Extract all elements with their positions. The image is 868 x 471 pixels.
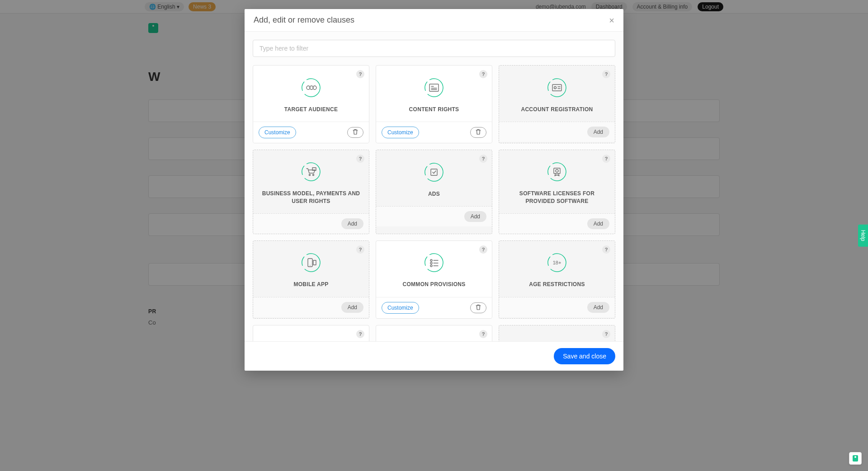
svg-point-23 [301, 253, 321, 273]
customize-button[interactable]: Customize [382, 302, 419, 314]
help-tab[interactable]: Help [858, 225, 868, 247]
modal-body: ? TARGET AUDIENCE Customize ? CONTENT RI… [245, 32, 623, 341]
clause-card: ? Customize [376, 325, 492, 341]
card-footer: Add [253, 213, 369, 234]
help-icon[interactable]: ? [479, 330, 487, 338]
delete-button[interactable] [347, 127, 363, 138]
clause-icon [424, 253, 444, 273]
clauses-grid: ? TARGET AUDIENCE Customize ? CONTENT RI… [253, 65, 615, 341]
clause-title: AGE RESTRICTIONS [529, 281, 585, 288]
help-icon[interactable]: ? [356, 155, 364, 163]
delete-button[interactable] [470, 127, 486, 138]
save-and-close-button[interactable]: Save and close [554, 348, 615, 364]
card-footer: Customize [376, 297, 492, 318]
clause-icon [301, 78, 321, 98]
card-body[interactable]: ? ADS [376, 150, 492, 206]
svg-point-18 [424, 162, 444, 182]
clause-icon [547, 162, 567, 182]
modal-header: Add, edit or remove clauses × [245, 9, 623, 32]
card-body[interactable]: ? TARGET AUDIENCE [253, 66, 369, 122]
clause-card: ? ADS Add [376, 150, 492, 234]
card-body[interactable]: ? [376, 325, 492, 341]
clause-title: SOFTWARE LICENSES FOR PROVIDED SOFTWARE [506, 190, 608, 205]
clause-title: CONTENT RIGHTS [409, 106, 459, 113]
add-button[interactable]: Add [587, 218, 609, 229]
close-icon[interactable]: × [609, 16, 614, 25]
help-icon[interactable]: ? [356, 330, 364, 338]
svg-point-14 [301, 162, 321, 182]
delete-button[interactable] [470, 302, 486, 313]
clause-icon [424, 162, 444, 182]
clause-card: ? SOFTWARE LICENSES FOR PROVIDED SOFTWAR… [499, 150, 615, 234]
corner-widget-icon[interactable] [849, 452, 862, 465]
clause-title: TARGET AUDIENCE [284, 106, 338, 113]
clause-card: ? Customize [253, 325, 369, 341]
clause-card: ? ACCOUNT REGISTRATION Add [499, 65, 615, 143]
card-footer: Customize [376, 122, 492, 143]
card-body[interactable]: ? [499, 325, 615, 341]
clause-card: ? Add [499, 325, 615, 341]
help-icon[interactable]: ? [602, 155, 610, 163]
svg-point-9 [547, 78, 567, 98]
card-body[interactable]: ? COMMON PROVISIONS [376, 241, 492, 297]
card-body[interactable]: ? ACCOUNT REGISTRATION [499, 66, 615, 122]
customize-button[interactable]: Customize [382, 127, 419, 138]
clause-icon [301, 162, 321, 182]
help-icon[interactable]: ? [356, 245, 364, 254]
add-button[interactable]: Add [464, 211, 486, 222]
card-body[interactable]: ? MOBILE APP [253, 241, 369, 297]
add-button[interactable]: Add [341, 218, 363, 229]
svg-point-20 [547, 162, 567, 182]
help-icon[interactable]: ? [602, 70, 610, 78]
clause-title: MOBILE APP [293, 281, 328, 288]
help-icon[interactable]: ? [356, 70, 364, 78]
clauses-modal: Add, edit or remove clauses × ? TARGET A… [245, 9, 623, 371]
clause-title: COMMON PROVISIONS [402, 281, 465, 288]
card-body[interactable]: ? BUSINESS MODEL, PAYMENTS AND USER RIGH… [253, 150, 369, 213]
clause-card: ? TARGET AUDIENCE Customize [253, 65, 369, 143]
card-footer: Add [376, 206, 492, 226]
filter-input[interactable] [253, 40, 615, 57]
add-button[interactable]: Add [587, 302, 609, 313]
clause-card: ? COMMON PROVISIONS Customize [376, 240, 492, 319]
svg-point-27 [424, 253, 444, 273]
add-button[interactable]: Add [587, 127, 609, 137]
svg-point-34 [547, 253, 567, 273]
card-body[interactable]: ? 18+ AGE RESTRICTIONS [499, 241, 615, 297]
add-button[interactable]: Add [341, 302, 363, 313]
help-icon[interactable]: ? [479, 155, 487, 163]
card-body[interactable]: ? [253, 325, 369, 341]
help-icon[interactable]: ? [479, 245, 487, 254]
clause-title: ACCOUNT REGISTRATION [521, 106, 593, 113]
clause-icon [301, 253, 321, 273]
help-icon[interactable]: ? [602, 330, 610, 338]
clause-icon [547, 78, 567, 98]
help-icon[interactable]: ? [479, 70, 487, 78]
clause-icon [424, 78, 444, 98]
customize-button[interactable]: Customize [259, 127, 296, 138]
clause-title: ADS [428, 190, 440, 198]
clause-icon: 18+ [547, 253, 567, 273]
svg-point-4 [424, 78, 444, 98]
trash-icon [476, 304, 481, 312]
card-body[interactable]: ? CONTENT RIGHTS [376, 66, 492, 122]
clause-card: ? 18+ AGE RESTRICTIONS Add [499, 240, 615, 319]
trash-icon [353, 128, 358, 137]
clause-card: ? BUSINESS MODEL, PAYMENTS AND USER RIGH… [253, 150, 369, 234]
card-footer: Customize [253, 122, 369, 143]
clause-card: ? MOBILE APP Add [253, 240, 369, 319]
card-body[interactable]: ? SOFTWARE LICENSES FOR PROVIDED SOFTWAR… [499, 150, 615, 213]
card-footer: Add [499, 122, 615, 142]
modal-title: Add, edit or remove clauses [254, 15, 354, 25]
card-footer: Add [499, 213, 615, 234]
card-footer: Add [253, 297, 369, 317]
svg-point-0 [301, 78, 321, 98]
clause-title: BUSINESS MODEL, PAYMENTS AND USER RIGHTS [260, 190, 362, 205]
trash-icon [476, 128, 481, 137]
card-footer: Add [499, 297, 615, 317]
modal-footer: Save and close [245, 341, 623, 371]
clause-card: ? CONTENT RIGHTS Customize [376, 65, 492, 143]
help-icon[interactable]: ? [602, 245, 610, 254]
